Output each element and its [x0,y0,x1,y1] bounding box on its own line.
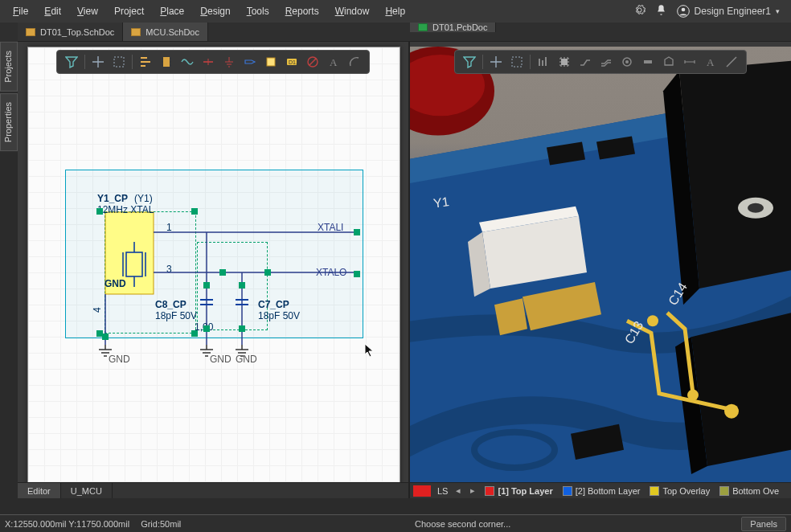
dim-icon[interactable] [680,52,699,72]
layer-prev[interactable]: ◂ [451,485,465,496]
svg-text:(Y1): (Y1) [134,193,153,204]
svg-rect-41 [114,57,124,67]
gear-icon[interactable] [633,4,646,18]
layer-next[interactable]: ▸ [465,485,480,496]
tab-dt01-top-schdoc[interactable]: DT01_Top.SchDoc [18,23,123,41]
svg-rect-78 [644,60,652,63]
status-prompt: Choose second corner... [415,519,510,529]
svg-marker-60 [494,298,527,335]
no-erc-icon[interactable] [303,52,322,72]
layer-tab-top-overlay[interactable]: Top Overlay [645,486,715,496]
text-icon[interactable]: A [324,52,343,72]
text-icon[interactable]: A [701,52,720,72]
bell-icon[interactable] [655,4,667,18]
svg-text:12MHz XTAL: 12MHz XTAL [97,204,154,215]
tab-mcu-schdoc[interactable]: MCU.SchDoc [123,23,208,41]
menu-view[interactable]: View [69,2,106,20]
svg-rect-39 [354,229,360,235]
tab-label: DT01.PcbDoc [432,23,487,32]
select-rect-icon[interactable] [109,52,129,72]
svg-text:XTALI: XTALI [318,222,343,233]
port-icon[interactable] [240,52,260,72]
svg-rect-35 [239,282,245,289]
layer-bar: LS ◂ ▸ [1] Top Layer [2] Bottom Layer To… [410,482,791,498]
menu-help[interactable]: Help [377,2,413,20]
svg-point-77 [625,60,629,63]
swatch-yellow [650,486,659,496]
swatch-blue [563,486,572,496]
svg-point-66 [724,404,739,419]
menu-edit[interactable]: Edit [36,2,69,20]
gnd-icon[interactable] [219,52,239,72]
menu-window[interactable]: Window [327,2,378,20]
svg-text:4: 4 [92,307,103,313]
footprint-icon[interactable] [157,52,176,72]
diffpair-icon[interactable] [596,52,616,72]
menu-file[interactable]: File [5,2,36,20]
svg-text:Y1: Y1 [432,194,450,211]
active-layer-swatch[interactable] [413,485,431,497]
panels-button[interactable]: Panels [741,517,786,531]
layer-tab-top[interactable]: [1] Top Layer [480,486,557,496]
svg-rect-28 [96,208,103,215]
svg-text:GND: GND [210,354,232,365]
editor-tabs: Editor U_MCU [18,482,408,498]
status-bar: X:12550.000mil Y:11750.000mil Grid:50mil… [0,514,791,532]
menu-project[interactable]: Project [106,2,152,20]
pad-icon[interactable] [638,52,658,72]
layer-tab-bottom-overlay[interactable]: Bottom Ove [715,486,784,496]
svg-rect-75 [561,59,568,65]
polygon-icon[interactable] [659,52,678,72]
user-menu[interactable]: Design Engineer1 ▾ [677,5,780,18]
svg-text:18pF 50V: 18pF 50V [258,310,300,321]
altview-icon[interactable] [534,52,553,72]
swatch-red [485,486,494,496]
svg-text:A: A [330,56,338,68]
menu-design[interactable]: Design [192,2,238,20]
side-tab-properties[interactable]: Properties [0,93,18,151]
layer-tab-bottom[interactable]: [2] Bottom Layer [558,486,646,496]
svg-text:GND: GND [236,354,257,365]
align-icon[interactable] [136,52,155,72]
filter-icon[interactable] [62,52,81,72]
svg-line-80 [727,57,736,67]
menu-tools[interactable]: Tools [239,2,277,20]
schdoc-icon [131,28,141,36]
net-icon[interactable] [199,52,218,72]
part-icon[interactable] [261,52,281,72]
route-icon[interactable] [576,52,595,72]
svg-text:XTALO: XTALO [316,267,346,278]
arc-icon[interactable] [345,52,364,72]
line-icon[interactable] [722,52,741,72]
layer-set-label[interactable]: LS [434,486,451,496]
designator-icon[interactable]: D1. [282,52,301,72]
move-icon[interactable] [88,52,108,72]
side-tab-projects[interactable]: Projects [0,42,18,92]
schematic-drawing: Y1_CP (Y1) 12MHz XTAL GND 1 3 4 [28,47,401,497]
tab-dt01-pcbdoc[interactable]: DT01.PcbDoc [410,23,496,32]
schematic-canvas[interactable]: Y1_CP (Y1) 12MHz XTAL GND 1 3 4 [27,47,400,497]
side-tabs: Projects Properties [0,42,18,153]
pcb-3d-view[interactable]: Y1 C13 C14 [410,47,791,482]
svg-rect-43 [267,58,275,66]
editor-tab-editor[interactable]: Editor [18,483,61,498]
select-rect-icon[interactable] [507,52,527,72]
status-grid: Grid:50mil [141,519,181,529]
move-icon[interactable] [486,52,506,72]
user-name: Design Engineer1 [695,6,771,17]
svg-rect-38 [102,334,109,340]
svg-rect-34 [203,282,210,289]
chip-icon[interactable] [555,52,574,72]
svg-point-67 [687,390,699,401]
editor-tab-umcu[interactable]: U_MCU [61,483,113,498]
via-icon[interactable] [617,52,637,72]
schdoc-icon [26,28,35,36]
pcb-pane: Y1 C13 C14 A LS ◂ [410,42,791,498]
svg-text:GND: GND [105,278,126,289]
svg-rect-30 [96,330,103,337]
status-coords: X:12550.000mil Y:11750.000mil [5,519,129,529]
wave-icon[interactable] [178,52,197,72]
menu-reports[interactable]: Reports [277,2,327,20]
menu-place[interactable]: Place [152,2,192,20]
filter-icon[interactable] [460,52,479,72]
